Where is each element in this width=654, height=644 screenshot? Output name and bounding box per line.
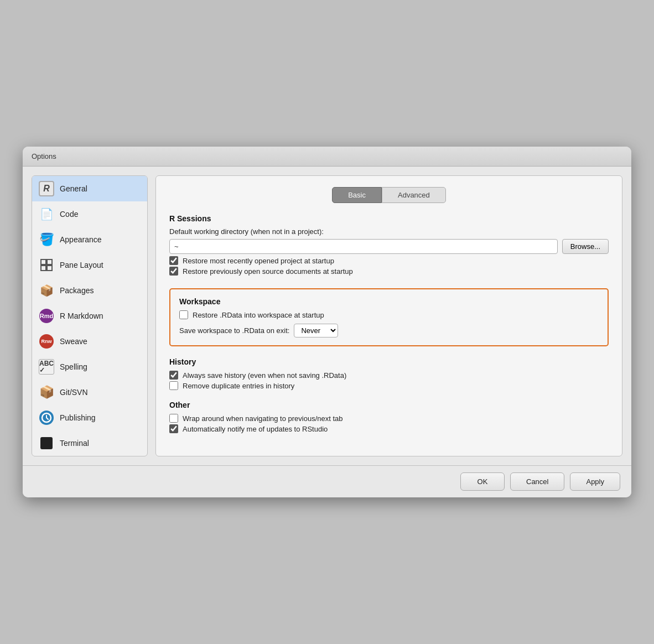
git-svn-icon: 📦: [39, 385, 54, 400]
restore-project-row: Restore most recently opened project at …: [169, 256, 609, 265]
save-ws-row: Save workspace to .RData on exit: Ask Al…: [179, 324, 599, 337]
sidebar-item-spelling[interactable]: ABC✓ Spelling: [32, 354, 147, 380]
sidebar-item-pane-layout[interactable]: Pane Layout: [32, 252, 147, 278]
cancel-button[interactable]: Cancel: [510, 472, 564, 491]
restore-rdata-checkbox[interactable]: [179, 310, 188, 319]
wrap-around-checkbox[interactable]: [169, 414, 178, 423]
restore-docs-checkbox[interactable]: [169, 267, 178, 276]
restore-rdata-row: Restore .RData into workspace at startup: [179, 310, 599, 319]
wd-label: Default working directory (when not in a…: [169, 227, 609, 236]
code-icon: 📄: [39, 206, 54, 222]
sidebar-item-general[interactable]: R General: [32, 176, 147, 201]
auto-notify-label: Automatically notify me of updates to RS…: [183, 425, 328, 433]
always-save-history-checkbox[interactable]: [169, 371, 178, 380]
always-save-history-row: Always save history (even when not savin…: [169, 371, 609, 380]
restore-docs-row: Restore previously open source documents…: [169, 267, 609, 276]
sidebar: R General 📄 Code 🪣 Appearance: [32, 175, 148, 456]
sidebar-label-publishing: Publishing: [60, 413, 96, 422]
workspace-section: Workspace Restore .RData into workspace …: [169, 288, 609, 346]
dialog-footer: OK Cancel Apply: [23, 465, 631, 497]
restore-docs-label: Restore previously open source documents…: [183, 267, 353, 276]
remove-dup-row: Remove duplicate entries in history: [169, 381, 609, 390]
wrap-around-label: Wrap around when navigating to previous/…: [183, 414, 343, 423]
r-sessions-section: R Sessions Default working directory (wh…: [169, 214, 609, 277]
sidebar-item-git-svn[interactable]: 📦 Git/SVN: [32, 380, 147, 405]
sidebar-label-r-markdown: R Markdown: [60, 311, 103, 320]
sidebar-item-sweave[interactable]: Rnw Sweave: [32, 329, 147, 354]
workspace-title: Workspace: [179, 297, 599, 306]
svg-rect-3: [47, 266, 52, 271]
svg-rect-1: [47, 259, 52, 264]
title-bar: Options: [23, 147, 631, 167]
remove-dup-checkbox[interactable]: [169, 381, 178, 390]
appearance-icon: 🪣: [39, 232, 54, 247]
restore-project-checkbox[interactable]: [169, 256, 178, 265]
apply-button[interactable]: Apply: [570, 472, 620, 491]
tab-advanced[interactable]: Advanced: [382, 187, 446, 203]
restore-rdata-label: Restore .RData into workspace at startup: [193, 311, 324, 319]
wrap-around-row: Wrap around when navigating to previous/…: [169, 414, 609, 423]
sidebar-label-code: Code: [60, 210, 78, 219]
svg-rect-0: [41, 259, 46, 264]
auto-notify-row: Automatically notify me of updates to RS…: [169, 424, 609, 433]
other-section: Other Wrap around when navigating to pre…: [169, 401, 609, 435]
sidebar-label-git-svn: Git/SVN: [60, 388, 88, 397]
r-sessions-title: R Sessions: [169, 214, 609, 223]
restore-project-label: Restore most recently opened project at …: [183, 257, 334, 265]
sidebar-label-appearance: Appearance: [60, 235, 102, 244]
browse-button[interactable]: Browse...: [562, 239, 609, 254]
tab-basic[interactable]: Basic: [332, 187, 382, 203]
remove-dup-label: Remove duplicate entries in history: [183, 382, 294, 390]
wd-input[interactable]: [169, 239, 558, 254]
sidebar-item-terminal[interactable]: Terminal: [32, 430, 147, 456]
wd-row: Browse...: [169, 239, 609, 254]
sidebar-item-appearance[interactable]: 🪣 Appearance: [32, 227, 147, 252]
history-section: History Always save history (even when n…: [169, 357, 609, 392]
sweave-icon: Rnw: [39, 334, 54, 349]
sidebar-item-code[interactable]: 📄 Code: [32, 201, 147, 227]
tab-bar: Basic Advanced: [169, 187, 609, 203]
sidebar-item-r-markdown[interactable]: Rmd R Markdown: [32, 303, 147, 329]
save-ws-label: Save workspace to .RData on exit:: [179, 326, 289, 335]
main-content: Basic Advanced R Sessions Default workin…: [155, 175, 622, 456]
save-ws-select[interactable]: Ask Always Never: [294, 324, 338, 337]
sidebar-label-pane-layout: Pane Layout: [60, 261, 103, 269]
terminal-icon: [39, 435, 54, 451]
other-title: Other: [169, 401, 609, 409]
general-icon: R: [39, 181, 54, 196]
auto-notify-checkbox[interactable]: [169, 424, 178, 433]
ok-button[interactable]: OK: [460, 472, 505, 491]
publishing-icon: [39, 410, 54, 425]
r-markdown-icon: Rmd: [39, 308, 54, 324]
sidebar-label-spelling: Spelling: [60, 362, 87, 371]
always-save-history-label: Always save history (even when not savin…: [183, 371, 346, 380]
pane-layout-icon: [39, 257, 54, 273]
sidebar-label-general: General: [60, 184, 87, 193]
spelling-icon: ABC✓: [39, 359, 54, 375]
options-dialog: Options R General 📄 Code 🪣 Appearance: [23, 147, 631, 497]
dialog-body: R General 📄 Code 🪣 Appearance: [23, 167, 631, 465]
sidebar-label-sweave: Sweave: [60, 337, 87, 346]
packages-icon: 📦: [39, 283, 54, 298]
sidebar-item-packages[interactable]: 📦 Packages: [32, 278, 147, 303]
sidebar-label-terminal: Terminal: [60, 439, 89, 448]
dialog-title: Options: [32, 152, 56, 160]
history-title: History: [169, 357, 609, 366]
sidebar-label-packages: Packages: [60, 286, 94, 295]
svg-rect-2: [41, 266, 46, 271]
sidebar-item-publishing[interactable]: Publishing: [32, 405, 147, 430]
